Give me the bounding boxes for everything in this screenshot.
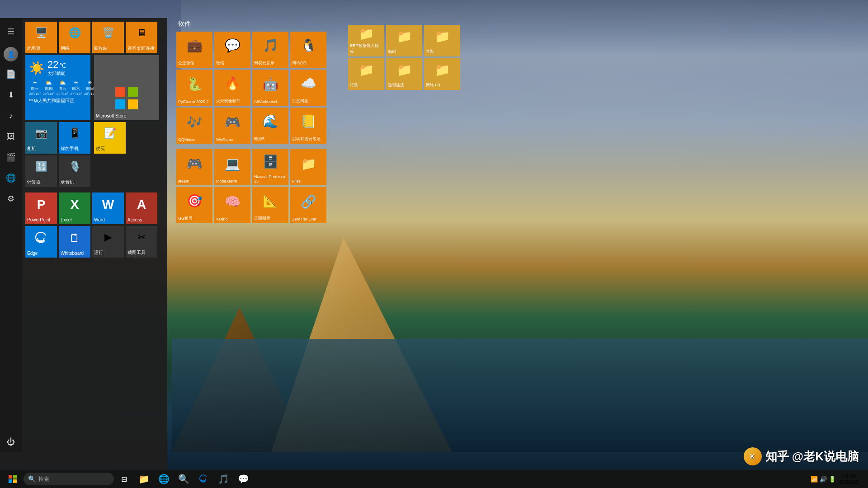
- sidebar-globe-icon[interactable]: 🌐: [1, 168, 21, 188]
- weather-day-2: ⛅ 周四 25°/16°: [42, 80, 54, 96]
- software-row-1: 💼 企业微信 💬 微信 🎵 网易云音乐 🐧 腾讯QQ: [176, 32, 326, 68]
- folder-coding[interactable]: 📁 编码: [386, 25, 422, 56]
- weather-day-1: ☀ 周三 25°/16°: [29, 80, 41, 96]
- file-explorer-icon: 📁: [138, 474, 150, 484]
- volume-icon[interactable]: 🔊: [820, 476, 827, 483]
- svg-rect-2: [115, 99, 125, 109]
- sw-tile-navicat[interactable]: 🗄️ Navicat Premium 15: [252, 149, 288, 185]
- sw-tile-gg[interactable]: 🎯 GG租号: [176, 187, 212, 223]
- sw-tile-security[interactable]: 🔥 火炬安全软件: [214, 70, 250, 106]
- tile-snip[interactable]: ✂ 截图工具: [126, 226, 157, 258]
- tile-run[interactable]: ▶ 运行: [92, 226, 124, 258]
- sw-tile-files[interactable]: 📁 Files: [290, 149, 326, 185]
- software-row-4: 🎮 steam 💻 MobaXterm 🗄️ Navicat Premium 1…: [176, 149, 326, 185]
- start-menu: ☰ 👤 📄 ⬇ ♪ 🖼 🎬 🌐 ⚙ ⏻ 🖥️ 此电脑 🌐 网络: [0, 18, 167, 470]
- tile-recorder[interactable]: 🎙️ 录音机: [59, 155, 90, 187]
- sidebar-power-icon[interactable]: ⏻: [1, 432, 21, 452]
- sw-tile-netease[interactable]: 🎵 网易云音乐: [252, 32, 288, 68]
- taskbar-search-app[interactable]: 🔍: [174, 470, 193, 488]
- battery-icon[interactable]: 🔋: [829, 476, 836, 483]
- sidebar-documents-icon[interactable]: 📄: [1, 64, 21, 84]
- tile-excel[interactable]: X Excel: [59, 192, 90, 224]
- tile-calculator[interactable]: 🔢 计算器: [25, 155, 57, 187]
- tile-edge[interactable]: Edge: [25, 226, 57, 258]
- sidebar-settings-icon[interactable]: ⚙: [1, 189, 21, 209]
- tile-row-office: P PowerPoint X Excel W Word A Access: [25, 192, 164, 224]
- tile-pc[interactable]: 🖥️ 此电脑: [25, 22, 57, 53]
- taskbar-file-explorer[interactable]: 📁: [134, 470, 154, 488]
- tile-access[interactable]: A Access: [126, 192, 157, 224]
- task-view-icon: ⊟: [121, 475, 127, 483]
- sidebar-photos-icon[interactable]: 🖼: [1, 127, 21, 146]
- search-app-icon: 🔍: [178, 474, 189, 484]
- svg-rect-1: [128, 87, 138, 97]
- show-desktop-button[interactable]: [863, 470, 866, 488]
- tile-note[interactable]: 📝 便笺: [94, 122, 126, 154]
- software-row-3: 🎶 QQMusic 🎮 WeGame 🌊 傲游5 📒 启动有道云笔记: [176, 108, 326, 144]
- sw-tile-qqmusic[interactable]: 🎶 QQMusic: [176, 108, 212, 144]
- sw-tile-baidu[interactable]: ☁️ 百度网盘: [290, 70, 326, 106]
- taskbar-browser[interactable]: 🌐: [154, 470, 174, 488]
- sw-tile-wechat-work[interactable]: 💼 企业微信: [176, 32, 212, 68]
- tile-row-edge: Edge 🗒 Whiteboard ▶ 运行 ✂ 截图工具: [25, 226, 164, 258]
- tile-phone[interactable]: 📱 你的手机: [59, 122, 90, 154]
- tile-row-weather-store: ☀️ 22 ℃ 大部晴朗 ☀ 周三 25°: [25, 55, 164, 120]
- network-status-icon[interactable]: 📶: [811, 476, 818, 483]
- watermark-text: 知乎 @老K说电脑: [765, 449, 859, 465]
- taskbar-edge[interactable]: [193, 470, 213, 488]
- software-section: 软件 💼 企业微信 💬 微信 🎵 网易云音乐 🐧 腾讯QQ 🐍 PyCharm …: [176, 18, 326, 225]
- sidebar-downloads-icon[interactable]: ⬇: [1, 85, 21, 105]
- tile-camera[interactable]: 📷 相机: [25, 122, 57, 154]
- ms-store-logo-icon: [113, 84, 140, 112]
- sw-tile-zerotier[interactable]: 🔗 ZeroTier One: [290, 187, 326, 223]
- user-avatar[interactable]: 👤: [4, 47, 18, 61]
- tile-recycle[interactable]: 🗑️ 回收站: [92, 22, 124, 53]
- music-icon: 🎵: [218, 474, 229, 484]
- sw-tile-qq[interactable]: 🐧 腾讯QQ: [290, 32, 326, 68]
- taskbar-music[interactable]: 🎵: [213, 470, 233, 488]
- folder-erp[interactable]: 📁 ERP数据导入模板: [348, 25, 384, 56]
- taskbar-wechat[interactable]: 💬: [233, 470, 253, 488]
- sw-tile-steam[interactable]: 🎮 steam: [176, 149, 212, 185]
- watermark: K 知乎 @老K说电脑: [744, 447, 859, 465]
- sidebar-video-icon[interactable]: 🎬: [1, 147, 21, 167]
- tile-whiteboard[interactable]: 🗒 Whiteboard: [59, 226, 90, 258]
- tile-ms-store[interactable]: Microsoft Store: [94, 55, 159, 120]
- start-button[interactable]: [2, 470, 24, 488]
- tile-remote-desktop[interactable]: 🖥 远程桌面连接: [126, 22, 157, 53]
- taskbar-search[interactable]: 🔍 搜索: [24, 473, 114, 485]
- windows-logo-icon: [9, 475, 17, 483]
- taskbar-task-view[interactable]: ⊟: [114, 470, 134, 488]
- sw-tile-wegame[interactable]: 🎮 WeGame: [214, 108, 250, 144]
- folder-network2[interactable]: 📁 网络 (2): [424, 58, 460, 90]
- sw-tile-yitu[interactable]: 📐 亿图图示: [252, 187, 288, 223]
- start-tiles-area: 🖥️ 此电脑 🌐 网络 🗑️ 回收站 🖥 远程桌面连接: [22, 18, 167, 452]
- weather-forecast: ☀ 周三 25°/16° ⛅ 周四 25°/16° ⛅ 周五 24°/1: [29, 80, 87, 96]
- taskbar-clock[interactable]: 16:31 2021/2/3: [836, 472, 863, 486]
- sw-tile-aiworkbench[interactable]: 🤖 AIWorkbench: [252, 70, 288, 106]
- tile-network[interactable]: 🌐 网络: [59, 22, 90, 53]
- folder-admin[interactable]: 📁 行政: [348, 58, 384, 90]
- folder-row-1: 📁 ERP数据导入模板 📁 编码 📁 考勤: [348, 25, 460, 56]
- sw-tile-pycharm[interactable]: 🐍 PyCharm 2020.2: [176, 70, 212, 106]
- far-right-section: 📁 ERP数据导入模板 📁 编码 📁 考勤 📁 行政 📁 远程连接 📁 网络 (…: [348, 25, 460, 92]
- svg-rect-3: [128, 99, 138, 109]
- sw-tile-youdao[interactable]: 📒 启动有道云笔记: [290, 108, 326, 144]
- sidebar-music-icon[interactable]: ♪: [1, 106, 21, 126]
- sw-tile-xmind[interactable]: 🧠 XMind: [214, 187, 250, 223]
- taskbar: 🔍 搜索 ⊟ 📁 🌐 🔍 🎵 💬 📶 🔊 🔋 16:31 2021/2/3: [0, 470, 868, 488]
- sw-tile-mobaxterm[interactable]: 💻 MobaXterm: [214, 149, 250, 185]
- software-row-2: 🐍 PyCharm 2020.2 🔥 火炬安全软件 🤖 AIWorkbench …: [176, 70, 326, 106]
- weather-day-4: ☀ 周六 27°/16°: [70, 80, 82, 96]
- svg-rect-0: [115, 87, 125, 97]
- folder-attendance[interactable]: 📁 考勤: [424, 25, 460, 56]
- edge-icon: [34, 231, 48, 245]
- tile-powerpoint[interactable]: P PowerPoint: [25, 192, 57, 224]
- sw-tile-maxthon[interactable]: 🌊 傲游5: [252, 108, 288, 144]
- tile-word[interactable]: W Word: [92, 192, 124, 224]
- folder-remote[interactable]: 📁 远程连接: [386, 58, 422, 90]
- taskbar-edge-icon: [198, 474, 208, 484]
- sidebar-menu-icon[interactable]: ☰: [1, 22, 21, 42]
- sw-tile-wechat[interactable]: 💬 微信: [214, 32, 250, 68]
- tile-weather[interactable]: ☀️ 22 ℃ 大部晴朗 ☀ 周三 25°: [25, 55, 90, 120]
